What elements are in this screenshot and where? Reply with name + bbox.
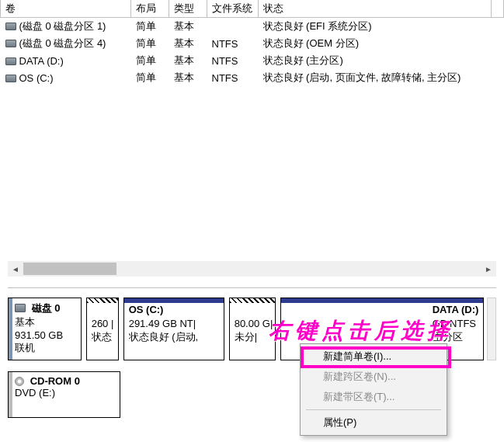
horizontal-scrollbar[interactable]: ◄ ► bbox=[8, 261, 496, 277]
partition-color-bar bbox=[87, 298, 118, 303]
menu-separator bbox=[306, 409, 441, 410]
cell-fs: NTFS bbox=[207, 52, 259, 69]
volume-list-table[interactable]: 卷 布局 类型 文件系统 状态 (磁盘 0 磁盘分区 1) 简单 基本 状态良好… bbox=[0, 0, 504, 86]
menu-new-simple-volume[interactable]: 新建简单卷(I)... bbox=[303, 346, 444, 367]
cell-type: 基本 bbox=[169, 52, 207, 69]
volume-name: OS (C:) bbox=[19, 72, 54, 84]
cell-layout: 简单 bbox=[131, 69, 169, 86]
disk0-size: 931.50 GB bbox=[15, 329, 63, 341]
cdrom-title: CD-ROM 0 bbox=[30, 375, 80, 387]
disk0-title: 磁盘 0 bbox=[32, 302, 61, 314]
volume-name: (磁盘 0 磁盘分区 4) bbox=[19, 37, 106, 49]
scroll-left-button[interactable]: ◄ bbox=[8, 261, 23, 277]
partition-efi[interactable]: 260 | 状态 bbox=[86, 298, 119, 360]
partition-status: 未分| bbox=[235, 331, 257, 343]
partition-unallocated[interactable]: 80.00 G| 未分| bbox=[229, 298, 276, 360]
menu-new-striped-volume[interactable]: 新建带区卷(T)... bbox=[303, 387, 444, 407]
cell-fs bbox=[207, 18, 259, 36]
vertical-scrollbar[interactable] bbox=[487, 298, 496, 360]
hdd-icon bbox=[15, 304, 26, 312]
menu-new-spanned-volume[interactable]: 新建跨区卷(N)... bbox=[303, 367, 444, 387]
cell-fs: NTFS bbox=[207, 69, 259, 86]
volume-name: DATA (D:) bbox=[19, 55, 64, 67]
cell-status: 状态良好 (OEM 分区) bbox=[259, 35, 492, 52]
disk0-header[interactable]: 磁盘 0 基本 931.50 GB 联机 bbox=[8, 298, 82, 360]
cell-status: 状态良好 (EFI 系统分区) bbox=[259, 18, 492, 36]
cell-layout: 简单 bbox=[131, 18, 169, 36]
volume-icon bbox=[5, 40, 16, 47]
partition-name: DATA (D:) bbox=[433, 304, 479, 315]
table-row[interactable]: OS (C:) 简单 基本 NTFS 状态良好 (启动, 页面文件, 故障转储,… bbox=[1, 69, 504, 86]
cell-status: 状态良好 (启动, 页面文件, 故障转储, 主分区) bbox=[259, 69, 492, 86]
partition-status: 主分区 bbox=[433, 331, 463, 343]
volume-icon bbox=[5, 57, 16, 65]
cell-layout: 简单 bbox=[131, 52, 169, 69]
volume-icon bbox=[5, 23, 16, 30]
partition-size: 291.49 GB NT| bbox=[129, 318, 196, 329]
cell-type: 基本 bbox=[169, 69, 207, 86]
scroll-thumb[interactable] bbox=[23, 263, 116, 275]
cell-type: 基本 bbox=[169, 18, 207, 36]
disk0-state: 联机 bbox=[15, 342, 35, 353]
col-volume[interactable]: 卷 bbox=[1, 0, 131, 18]
table-row[interactable]: (磁盘 0 磁盘分区 4) 简单 基本 NTFS 状态良好 (OEM 分区) bbox=[1, 35, 504, 52]
cdrom-line: DVD (E:) bbox=[15, 387, 55, 398]
context-menu[interactable]: 新建简单卷(I)... 新建跨区卷(N)... 新建带区卷(T)... 属性(P… bbox=[300, 343, 447, 436]
cell-type: 基本 bbox=[169, 35, 207, 52]
disk-color-bar bbox=[9, 372, 12, 417]
partition-status: 状态良好 (启动, bbox=[129, 331, 199, 343]
col-layout[interactable]: 布局 bbox=[131, 0, 169, 18]
disk0-kind: 基本 bbox=[15, 316, 35, 328]
scroll-right-button[interactable]: ► bbox=[481, 261, 496, 277]
partition-size: 260 | bbox=[92, 318, 114, 329]
partition-status: 状态 bbox=[92, 331, 112, 343]
menu-properties[interactable]: 属性(P) bbox=[303, 412, 444, 433]
partition-color-bar bbox=[281, 298, 484, 303]
partition-color-bar bbox=[230, 298, 275, 303]
col-overflow[interactable] bbox=[492, 0, 504, 18]
col-type[interactable]: 类型 bbox=[169, 0, 207, 18]
table-row[interactable]: DATA (D:) 简单 基本 NTFS 状态良好 (主分区) bbox=[1, 52, 504, 69]
cell-fs: NTFS bbox=[207, 35, 259, 52]
partition-size: GB NTFS bbox=[433, 318, 476, 329]
cdrom-header[interactable]: CD-ROM 0 DVD (E:) bbox=[8, 371, 120, 418]
col-filesystem[interactable]: 文件系统 bbox=[207, 0, 259, 18]
partition-color-bar bbox=[124, 298, 224, 303]
cd-icon bbox=[15, 377, 24, 386]
partition-name: OS (C:) bbox=[129, 304, 164, 315]
partition-size: 80.00 G| bbox=[235, 318, 273, 329]
disk-color-bar bbox=[9, 298, 12, 360]
partition-os-c[interactable]: OS (C:) 291.49 GB NT| 状态良好 (启动, bbox=[123, 298, 224, 360]
scroll-track[interactable] bbox=[23, 261, 481, 277]
volume-name: (磁盘 0 磁盘分区 1) bbox=[19, 20, 106, 32]
cell-layout: 简单 bbox=[131, 35, 169, 52]
volume-icon bbox=[5, 75, 16, 82]
cell-status: 状态良好 (主分区) bbox=[259, 52, 492, 69]
column-header-row[interactable]: 卷 布局 类型 文件系统 状态 bbox=[1, 0, 504, 18]
table-row[interactable]: (磁盘 0 磁盘分区 1) 简单 基本 状态良好 (EFI 系统分区) bbox=[1, 18, 504, 36]
col-status[interactable]: 状态 bbox=[259, 0, 492, 18]
